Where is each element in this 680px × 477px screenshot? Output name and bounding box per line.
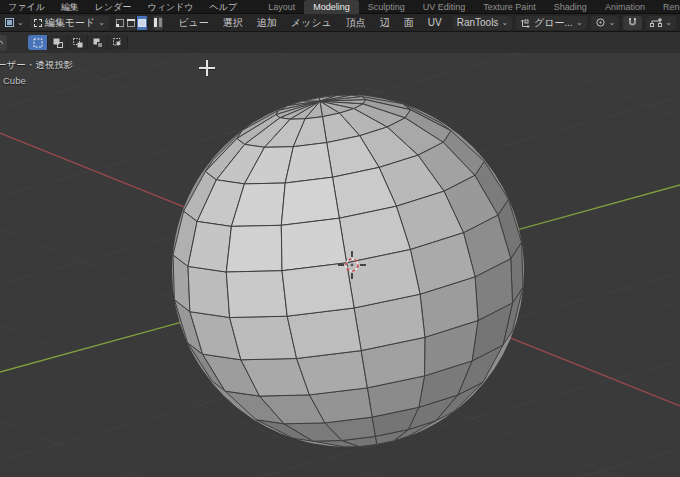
menu-mesh[interactable]: メッシュ (284, 16, 339, 30)
snap-toggle-button[interactable] (623, 16, 642, 30)
transform-orientation-dropdown[interactable]: グロー... ⌄ (516, 16, 587, 30)
snap-increment-icon (650, 18, 662, 28)
select-mode-subtract-button[interactable] (68, 35, 88, 50)
chevron-down-icon: ⌄ (609, 20, 616, 26)
pivot-point-dropdown[interactable]: ⌄ (591, 16, 620, 30)
snap-settings-dropdown[interactable]: ⌄ (646, 16, 676, 30)
tab-rendering[interactable]: Rendering (654, 0, 680, 14)
select-mode-new-button[interactable] (28, 35, 48, 50)
pivot-point-icon (595, 17, 606, 28)
menu-file[interactable]: ファイル (0, 0, 53, 14)
edge-select-button[interactable] (126, 16, 137, 30)
viewport-editor-icon (5, 18, 14, 27)
menu-edit[interactable]: 編集 (53, 0, 87, 14)
select-invert-icon (93, 38, 103, 48)
select-tool-mode-group (28, 35, 128, 50)
orientation-icon (520, 17, 531, 28)
topbar: ファイル 編集 レンダー ウィンドウ ヘルプ Layout Modeling S… (0, 0, 680, 14)
face-select-icon (138, 19, 146, 27)
sphere-face[interactable] (281, 177, 339, 225)
vertex-select-button[interactable] (115, 16, 126, 30)
tab-layout[interactable]: Layout (259, 0, 304, 14)
orientation-label: グロー... (534, 16, 573, 30)
rantools-label: RanTools (457, 17, 499, 28)
vertex-select-icon (116, 19, 124, 27)
blender-window: ファイル 編集 レンダー ウィンドウ ヘルプ Layout Modeling S… (0, 0, 680, 477)
sphere-face[interactable] (287, 308, 361, 359)
tab-shading[interactable]: Shading (545, 0, 596, 14)
workspace-tabs: Layout Modeling Sculpting UV Editing Tex… (259, 0, 680, 14)
mesh-select-mode-group (115, 16, 148, 30)
edge-select-icon (127, 19, 135, 27)
xray-icon (154, 18, 163, 27)
select-mode-invert-button[interactable] (88, 35, 108, 50)
edit-mode-icon (34, 19, 42, 27)
tab-texture-paint[interactable]: Texture Paint (474, 0, 545, 14)
magnet-icon (627, 17, 638, 28)
menu-help[interactable]: ヘルプ (202, 0, 246, 14)
tab-sculpting[interactable]: Sculpting (359, 0, 414, 14)
viewport-canvas[interactable] (0, 53, 680, 477)
chevron-down-icon: ⌄ (17, 20, 24, 26)
menu-face[interactable]: 面 (397, 16, 421, 30)
viewport-header: ⌄ 編集モード ⌄ ビュー 選択 追加 メッシュ 頂点 辺 面 UV RanTo… (0, 14, 680, 32)
sphere-face[interactable] (226, 271, 287, 318)
sphere-face[interactable] (188, 266, 230, 317)
sphere-face[interactable] (281, 218, 346, 271)
tool-settings-bar: ◠ (0, 32, 680, 54)
select-mode-extend-button[interactable] (48, 35, 68, 50)
tab-modeling[interactable]: Modeling (304, 0, 359, 14)
menu-window[interactable]: ウィンドウ (139, 0, 201, 14)
select-extend-icon (53, 38, 63, 48)
tab-animation[interactable]: Animation (596, 0, 654, 14)
sphere-face[interactable] (226, 225, 282, 272)
chevron-down-icon: ⌄ (501, 20, 508, 26)
mode-label: 編集モード (45, 16, 95, 30)
active-object-label: Cube (3, 75, 26, 86)
menu-view[interactable]: ビュー (171, 16, 215, 30)
active-tool-button[interactable]: ◠ (0, 35, 7, 51)
select-new-icon (33, 38, 43, 48)
face-select-button[interactable] (137, 16, 148, 30)
xray-toggle-button[interactable] (153, 16, 163, 30)
chevron-down-icon: ⌄ (576, 20, 583, 26)
menu-render[interactable]: レンダー (87, 0, 140, 14)
menu-add[interactable]: 追加 (250, 16, 284, 30)
tab-uv-editing[interactable]: UV Editing (414, 0, 475, 14)
sphere-face[interactable] (282, 263, 354, 316)
select-intersect-icon (113, 38, 123, 48)
select-subtract-icon (73, 38, 83, 48)
chevron-down-icon: ⌄ (665, 20, 672, 26)
editor-type-dropdown[interactable]: ⌄ (3, 16, 26, 30)
menu-vertex[interactable]: 頂点 (339, 16, 373, 30)
menu-uv[interactable]: UV (421, 17, 449, 28)
view-perspective-label: ーザー・透視投影 (0, 59, 73, 72)
select-mode-intersect-button[interactable] (108, 35, 128, 50)
header-right-cluster: グロー... ⌄ ⌄ (512, 16, 676, 30)
menu-select[interactable]: 選択 (216, 16, 250, 30)
mode-dropdown[interactable]: 編集モード ⌄ (30, 16, 109, 30)
menu-rantools[interactable]: RanTools ⌄ (453, 16, 512, 30)
chevron-down-icon: ⌄ (98, 20, 105, 26)
sphere-face[interactable] (230, 316, 297, 360)
cursor-3d-center (351, 264, 354, 267)
menu-edge[interactable]: 辺 (373, 16, 397, 30)
viewport-3d[interactable]: ーザー・透視投影 Cube (0, 53, 680, 477)
